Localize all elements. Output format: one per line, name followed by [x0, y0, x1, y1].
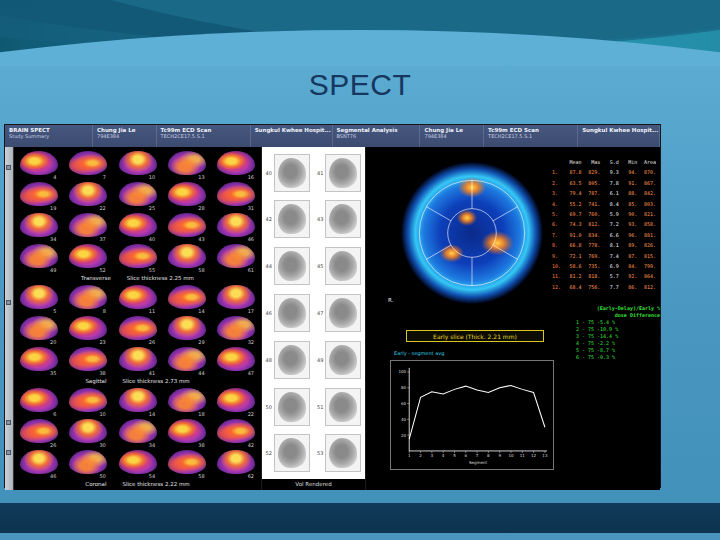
brain-slice[interactable] [168, 388, 206, 412]
brain-slice[interactable] [119, 213, 157, 237]
brain-slice[interactable] [69, 244, 107, 268]
table-cell: 87.8 [565, 167, 584, 177]
grayscale-slice[interactable] [274, 247, 310, 285]
grayscale-slice[interactable] [274, 388, 310, 426]
brain-slice[interactable] [20, 213, 58, 237]
brain-slice[interactable] [119, 419, 157, 443]
brain-slice[interactable] [20, 244, 58, 268]
brain-slice[interactable] [168, 213, 206, 237]
brain-slice[interactable] [119, 388, 157, 412]
grayscale-panel: 4041424344454647484950515253 Vol Rendere… [262, 147, 366, 490]
table-cell: 91. [621, 178, 640, 188]
brain-slice[interactable] [217, 182, 255, 206]
slice-cell: 54 [113, 448, 162, 479]
slice-cell: 46 [212, 211, 261, 242]
brain-slice[interactable] [119, 285, 157, 309]
brain-slice[interactable] [168, 419, 206, 443]
brain-slice[interactable] [217, 213, 255, 237]
slice-row: 4650545862 [14, 448, 261, 479]
brain-slice[interactable] [217, 347, 255, 371]
table-row: 1.87.8829.9.394.870. [552, 167, 658, 177]
brain-slice[interactable] [20, 316, 58, 340]
brain-slice[interactable] [119, 244, 157, 268]
brain-slice[interactable] [168, 347, 206, 371]
brain-slice[interactable] [168, 244, 206, 268]
slice-number: 46 [50, 474, 63, 479]
brain-slice[interactable] [69, 285, 107, 309]
vol-rendered-label: Vol Rendered [262, 479, 365, 490]
dock-widget-button[interactable] [6, 450, 11, 455]
brain-slice[interactable] [119, 182, 157, 206]
table-cell: 94. [621, 167, 640, 177]
polar-map[interactable] [396, 157, 548, 309]
dock-widget-button[interactable] [6, 300, 11, 305]
grayscale-slice[interactable] [325, 294, 361, 332]
brain-slice[interactable] [168, 151, 206, 175]
header-line1: Sungkul Kwhee Hospit... [255, 127, 328, 133]
grayscale-slice[interactable] [325, 154, 361, 192]
brain-slice[interactable] [20, 285, 58, 309]
grayscale-slice[interactable] [325, 247, 361, 285]
brain-slice[interactable] [69, 213, 107, 237]
slice-cell: 6 [14, 386, 63, 417]
slice-row: 3538414447 [14, 345, 261, 376]
brain-slice[interactable] [168, 450, 206, 474]
brain-slice[interactable] [217, 450, 255, 474]
brain-slice[interactable] [168, 285, 206, 309]
brain-slice[interactable] [69, 182, 107, 206]
svg-text:13: 13 [542, 453, 548, 458]
slice-cell: 32 [212, 314, 261, 345]
grayscale-grid: 4041424344454647484950515253 [262, 147, 365, 479]
brain-slice[interactable] [217, 419, 255, 443]
brain-slice[interactable] [119, 450, 157, 474]
brain-slice[interactable] [69, 388, 107, 412]
brain-slice[interactable] [119, 347, 157, 371]
slice-cell: 28 [162, 180, 211, 211]
dock-widget-button[interactable] [6, 420, 11, 425]
brain-slice[interactable] [69, 151, 107, 175]
table-row: 7.91.0834.6.696.881. [552, 230, 658, 240]
brain-slice[interactable] [119, 316, 157, 340]
slice-cell: 19 [14, 180, 63, 211]
brain-slice[interactable] [217, 285, 255, 309]
brain-slice[interactable] [69, 450, 107, 474]
brain-slice[interactable] [20, 419, 58, 443]
grayscale-slice[interactable] [325, 434, 361, 472]
grayscale-cell: 51 [314, 384, 366, 429]
table-cell: 85. [621, 199, 640, 209]
svg-text:11: 11 [520, 453, 526, 458]
dock-widget-button[interactable] [6, 165, 11, 170]
brain-slice[interactable] [217, 388, 255, 412]
brain-slice[interactable] [20, 182, 58, 206]
brain-slice[interactable] [20, 151, 58, 175]
brain-slice[interactable] [217, 151, 255, 175]
table-cell: 858. [639, 219, 658, 229]
grayscale-slice[interactable] [274, 341, 310, 379]
slice-cell: 55 [113, 242, 162, 273]
brain-slice[interactable] [69, 419, 107, 443]
brain-slice[interactable] [119, 151, 157, 175]
grayscale-slice[interactable] [325, 200, 361, 238]
brain-slice[interactable] [69, 316, 107, 340]
brain-slice[interactable] [217, 316, 255, 340]
slice-row: 2023262932 [14, 314, 261, 345]
header-cell: Chung Jia Le794E384 [420, 125, 484, 147]
brain-slice[interactable] [20, 388, 58, 412]
table-cell: 92. [621, 271, 640, 281]
grayscale-slice[interactable] [325, 341, 361, 379]
grayscale-slice[interactable] [274, 294, 310, 332]
brain-slice[interactable] [217, 244, 255, 268]
slice-cell: 25 [113, 180, 162, 211]
table-cell: 91.0 [565, 230, 584, 240]
brain-slice[interactable] [168, 182, 206, 206]
grayscale-slice[interactable] [325, 388, 361, 426]
grayscale-cell: 49 [314, 337, 366, 382]
grayscale-slice[interactable] [274, 434, 310, 472]
brain-slice[interactable] [69, 347, 107, 371]
brain-slice[interactable] [20, 347, 58, 371]
brain-slice[interactable] [168, 316, 206, 340]
brain-slice[interactable] [20, 450, 58, 474]
table-header-cell: Area [639, 157, 658, 167]
grayscale-slice[interactable] [274, 154, 310, 192]
grayscale-slice[interactable] [274, 200, 310, 238]
